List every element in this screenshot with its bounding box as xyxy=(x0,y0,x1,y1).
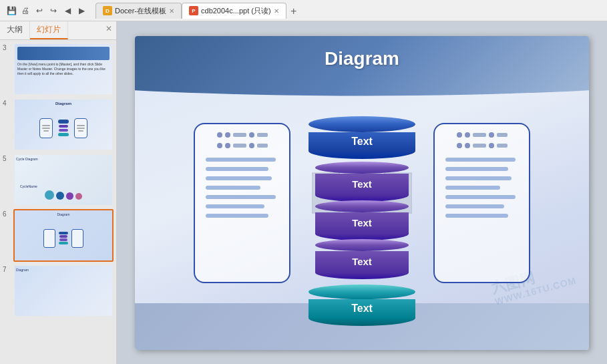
purple-cyl-3-bottom xyxy=(315,272,409,279)
save-icon[interactable]: 💾 xyxy=(5,5,17,17)
slide-frame: 六图网 WWW.16TU.COM Diagram xyxy=(135,36,589,350)
slide-number-7: 7 xyxy=(3,264,11,273)
slide-number-3: 3 xyxy=(3,43,11,51)
slide-thumb-7[interactable]: Diagram xyxy=(13,264,114,317)
ppt-icon: P xyxy=(189,6,198,15)
bottom-cyl-body: Text xyxy=(309,299,415,318)
left-panel-row-2 xyxy=(200,143,284,148)
left-dots-1 xyxy=(217,132,268,138)
bottom-cylinder: Text xyxy=(309,285,415,326)
sidebar-close-button[interactable]: ✕ xyxy=(102,21,116,39)
sidebar: 大纲 幻灯片 ✕ 3 On the [View] menu point to [… xyxy=(0,21,117,364)
slide-number-6: 6 xyxy=(3,209,11,218)
slide-item-3[interactable]: 3 On the [View] menu point to [Master], … xyxy=(3,43,114,96)
new-tab-button[interactable]: + xyxy=(286,4,301,19)
purple-cyl-1-top xyxy=(315,162,409,174)
purple-cyl-1-body: Text xyxy=(315,174,409,195)
nav-back-icon[interactable]: ◀ xyxy=(61,5,73,17)
right-panel-lines xyxy=(440,154,524,274)
tab-ppt-close[interactable]: ✕ xyxy=(274,7,279,15)
slide-item-4[interactable]: 4 Diagram xyxy=(3,98,114,151)
purple-cyl-2-top xyxy=(315,200,409,212)
slide-item-7[interactable]: 7 Diagram xyxy=(3,264,114,317)
slide-title: Diagram xyxy=(135,48,589,69)
slide-item-6[interactable]: 6 Diagram xyxy=(3,209,114,262)
top-cylinder: Text xyxy=(309,116,415,159)
tab-docer-close[interactable]: ✕ xyxy=(169,7,174,15)
purple-cyl-2-body: Text xyxy=(315,212,409,234)
docer-icon: D xyxy=(103,6,112,15)
toolbar: 💾 🖨 ↩ ↪ ◀ ▶ D Docer-在线模板 ✕ P cdb2004c...… xyxy=(0,0,607,21)
left-dots-2 xyxy=(217,143,268,148)
purple-cyl-2-label: Text xyxy=(352,217,372,228)
top-cyl-bottom xyxy=(309,151,415,159)
purple-cyl-3-label: Text xyxy=(352,256,372,267)
tab-bar: D Docer-在线模板 ✕ P cdb2004c...ppt (只读) ✕ + xyxy=(90,3,602,19)
slide-panel[interactable]: 3 On the [View] menu point to [Master], … xyxy=(0,40,116,364)
slide-thumb-5[interactable]: Cycle Diagram CycleName xyxy=(13,154,114,206)
tab-docer[interactable]: D Docer-在线模板 ✕ xyxy=(95,3,182,19)
left-panel-lines xyxy=(200,154,284,274)
top-cyl-body: Text xyxy=(309,132,415,151)
purple-cyl-3: Text xyxy=(315,239,409,279)
toolbar-icons: 💾 🖨 ↩ ↪ ◀ ▶ xyxy=(5,5,87,17)
redo-icon[interactable]: ↪ xyxy=(47,5,59,17)
right-dots-2 xyxy=(457,143,508,148)
purple-cyl-3-body: Text xyxy=(315,251,409,272)
slide-thumb-3[interactable]: On the [View] menu point to [Master], an… xyxy=(13,43,114,96)
tab-ppt[interactable]: P cdb2004c...ppt (只读) ✕ xyxy=(182,3,286,19)
right-panel-row-1 xyxy=(440,132,524,138)
right-panel xyxy=(433,123,530,283)
slide-number-4: 4 xyxy=(3,98,11,107)
slide-item-5[interactable]: 5 Cycle Diagram CycleName xyxy=(3,154,114,206)
right-panel-row-2 xyxy=(440,143,524,148)
purple-cyl-1-label: Text xyxy=(352,178,372,190)
sidebar-tab-bar: 大纲 幻灯片 ✕ xyxy=(0,21,116,40)
bottom-cyl-bottom xyxy=(309,318,415,326)
purple-cyl-2: Text xyxy=(315,200,409,240)
top-cyl-label: Text xyxy=(351,136,373,148)
slide-number-5: 5 xyxy=(3,154,11,162)
purple-cyl-1: Text xyxy=(315,162,409,202)
content-area: 六图网 WWW.16TU.COM Diagram xyxy=(117,21,607,364)
slide-thumb-4[interactable]: Diagram xyxy=(13,98,114,151)
left-panel xyxy=(194,123,290,283)
tab-ppt-label: cdb2004c...ppt (只读) xyxy=(201,6,271,16)
undo-icon[interactable]: ↩ xyxy=(33,5,45,17)
sidebar-tab-slides[interactable]: 幻灯片 xyxy=(30,21,68,39)
bottom-cyl-top xyxy=(309,285,415,299)
bottom-cyl-label: Text xyxy=(351,303,373,315)
top-cyl-ellipse xyxy=(309,116,415,132)
left-panel-row-1 xyxy=(200,132,284,138)
slide-thumb-6[interactable]: Diagram xyxy=(13,209,114,262)
db-stack: Text Text xyxy=(309,116,415,326)
nav-forward-icon[interactable]: ▶ xyxy=(75,5,87,17)
print-icon[interactable]: 🖨 xyxy=(19,5,31,17)
main-area: 大纲 幻灯片 ✕ 3 On the [View] menu point to [… xyxy=(0,21,607,364)
sidebar-tab-outline[interactable]: 大纲 xyxy=(0,21,30,39)
purple-cyl-3-top xyxy=(315,239,409,251)
tab-docer-label: Docer-在线模板 xyxy=(115,6,166,16)
purple-stack: Text Text xyxy=(315,162,409,279)
right-dots-1 xyxy=(457,132,508,138)
